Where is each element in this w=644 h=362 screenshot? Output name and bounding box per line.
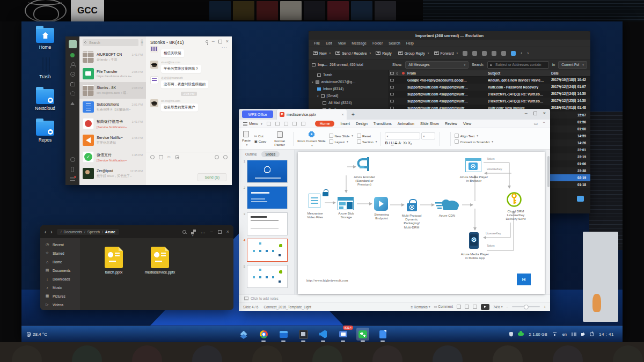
chat-list-item[interactable]: 微信支付 1:45 PM [Service Notification~ bbox=[79, 149, 146, 165]
slide-sorter-icon[interactable] bbox=[465, 305, 469, 309]
mobile-icon[interactable] bbox=[71, 167, 74, 172]
contacts-icon[interactable] bbox=[70, 62, 75, 67]
format-painter-button[interactable]: Format Painter bbox=[270, 131, 289, 146]
cut-button[interactable]: ✂ Cut bbox=[254, 134, 266, 138]
close-button[interactable] bbox=[543, 111, 546, 116]
previous-message-button[interactable]: ‹ bbox=[521, 50, 522, 56]
minimize-button[interactable] bbox=[212, 39, 215, 44]
ribbon-tab[interactable]: Animation bbox=[398, 122, 414, 125]
slide-thumbnail[interactable]: 1 bbox=[240, 160, 294, 183]
collapse-ribbon-icon[interactable]: ⌃ bbox=[542, 121, 546, 126]
desktop-icon[interactable]: Repos bbox=[29, 119, 61, 143]
sidebar-item[interactable]: ◷Recent bbox=[40, 240, 80, 249]
breadcrumb[interactable]: / Documents / Speech / Azure bbox=[57, 229, 119, 235]
status-icon[interactable] bbox=[70, 157, 75, 162]
folder-tree-item[interactable]: Inbox (8314) bbox=[309, 85, 389, 92]
sidebar-item[interactable]: ▦Pictures bbox=[40, 292, 80, 300]
message-input-area[interactable]: ✂ Send (S) bbox=[146, 152, 232, 185]
desktop-icon[interactable]: Nextcloud bbox=[29, 87, 61, 111]
italic-button[interactable]: I bbox=[389, 141, 390, 145]
zoom-in-button[interactable]: + bbox=[544, 305, 546, 309]
moments-icon[interactable] bbox=[70, 101, 75, 106]
menu-item[interactable]: Edit bbox=[326, 41, 332, 45]
pin-icon[interactable] bbox=[206, 40, 208, 43]
folder-tree-item[interactable]: All Mail (8324) bbox=[309, 99, 389, 106]
volume-icon[interactable] bbox=[581, 333, 583, 336]
search-icon[interactable] bbox=[182, 230, 186, 234]
bold-button[interactable]: B bbox=[385, 141, 387, 145]
toolbar-button[interactable]: Reply bbox=[376, 51, 393, 55]
message-row[interactable]: support@vultr.com <support@vultr… [Ticke… bbox=[389, 91, 590, 98]
next-message-button[interactable]: › bbox=[527, 50, 529, 56]
menu-item[interactable]: Help bbox=[406, 41, 414, 45]
sidebar-item[interactable]: ♪Music bbox=[40, 283, 80, 292]
breadcrumb-item[interactable]: Documents bbox=[64, 230, 82, 234]
security-icon[interactable] bbox=[509, 332, 513, 337]
menu-item[interactable]: Search bbox=[389, 41, 400, 45]
zoom-slider[interactable] bbox=[512, 306, 540, 307]
message-row[interactable]: support@vultr.com <support@vultr… [Ticke… bbox=[389, 98, 590, 105]
tab-outline[interactable]: Outline bbox=[245, 152, 257, 156]
clock[interactable]: 14 : 41 bbox=[599, 332, 614, 337]
sidebar-item[interactable]: ▤Documents bbox=[40, 266, 80, 275]
notes-bar[interactable]: Click to add notes bbox=[239, 294, 550, 302]
video-call-icon[interactable] bbox=[215, 155, 219, 159]
ribbon-tab[interactable]: View bbox=[463, 122, 471, 125]
nextcloud-icon[interactable] bbox=[518, 333, 524, 336]
files-icon[interactable] bbox=[70, 83, 75, 86]
from-current-slide-button[interactable]: From Current Slide bbox=[297, 131, 325, 147]
menu-icon[interactable] bbox=[70, 177, 75, 181]
voice-call-icon[interactable] bbox=[223, 155, 228, 159]
weather-widget[interactable]: 28.4 °C bbox=[21, 332, 47, 337]
not-junk-icon[interactable] bbox=[492, 51, 496, 56]
ribbon-tab[interactable]: Slide Show bbox=[420, 122, 439, 125]
send-button[interactable]: Send (S) bbox=[197, 173, 226, 181]
toolbar-button[interactable]: Forward bbox=[434, 51, 458, 55]
menu-item[interactable]: View bbox=[338, 41, 346, 45]
slideshow-play-button[interactable] bbox=[481, 304, 489, 310]
print-icon[interactable] bbox=[463, 51, 467, 56]
sidebar-item[interactable]: ☆Starred bbox=[40, 249, 80, 257]
menu-item[interactable]: Folder bbox=[372, 41, 383, 45]
font-color-button[interactable]: A· bbox=[398, 141, 402, 145]
power-icon[interactable] bbox=[590, 332, 594, 336]
font-family-select[interactable] bbox=[385, 132, 420, 139]
chat-list-item[interactable]: AIURSOFT CN 1:41 PM @landy：牛逼 bbox=[79, 49, 146, 65]
discover-icon[interactable] bbox=[70, 72, 75, 77]
back-button[interactable]: ‹ bbox=[45, 229, 46, 235]
ribbon-tab[interactable]: Home bbox=[315, 121, 335, 127]
paste-button[interactable]: Paste bbox=[242, 131, 251, 146]
message-avatar[interactable] bbox=[150, 99, 158, 107]
search-input[interactable] bbox=[487, 61, 549, 69]
open-icon[interactable] bbox=[275, 122, 280, 126]
zoom-level[interactable]: 74% bbox=[493, 305, 503, 309]
chat-list-item[interactable]: Subscriptions 2:01 PM 社会保障卡【安徽扬州~ bbox=[79, 99, 146, 115]
avatar[interactable] bbox=[69, 40, 77, 48]
panel-icon[interactable]: ▭ bbox=[534, 121, 538, 126]
taskbar-app-icon[interactable]: 8314 bbox=[336, 328, 349, 341]
chats-icon[interactable] bbox=[70, 53, 75, 57]
settings-icon[interactable] bbox=[70, 91, 75, 96]
menu-button[interactable]: Menu bbox=[243, 122, 262, 125]
emoji-icon[interactable] bbox=[150, 155, 155, 159]
slide-thumbnail-image[interactable] bbox=[247, 265, 288, 288]
message-avatar[interactable] bbox=[150, 46, 158, 53]
message-list-header[interactable]: From Subject Date bbox=[389, 70, 590, 77]
zoom-out-button[interactable]: − bbox=[507, 305, 509, 309]
menu-item[interactable]: File bbox=[314, 41, 320, 45]
new-slide-button[interactable]: New Slide bbox=[329, 134, 353, 138]
undo-icon[interactable] bbox=[292, 122, 297, 126]
normal-view-icon[interactable] bbox=[457, 305, 461, 309]
font-size-select[interactable] bbox=[421, 132, 435, 139]
slide-thumbnail-image[interactable] bbox=[247, 160, 288, 183]
keyboard-layout[interactable]: en bbox=[562, 332, 567, 337]
folder-tree-item[interactable]: [Gmail] bbox=[309, 92, 389, 99]
chat-list-item[interactable]: Service Notific~ 1:46 PM 世界信息通知 bbox=[79, 132, 146, 149]
desktop-icon[interactable]: Home bbox=[29, 26, 61, 50]
remarks-button[interactable]: ≡ Remarks bbox=[411, 305, 430, 309]
taskbar-app-icon[interactable] bbox=[317, 328, 330, 341]
slide-thumbnail[interactable]: 3 bbox=[240, 212, 294, 235]
desktop-icon[interactable]: Trash bbox=[29, 57, 61, 79]
minimize-button[interactable] bbox=[525, 111, 528, 116]
toolbar-button[interactable]: New bbox=[313, 51, 331, 55]
